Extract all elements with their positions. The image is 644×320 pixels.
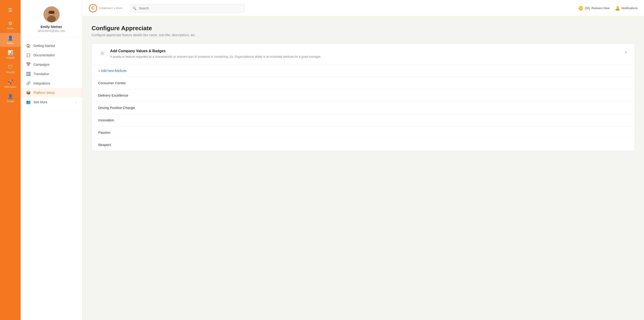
attribute-row-passion[interactable]: Passion — [92, 126, 634, 139]
redeem-section[interactable]: 🪙 (50) Redeem Now — [578, 6, 610, 11]
translation-icon: 🔤 — [26, 72, 31, 76]
svg-point-2 — [47, 16, 56, 22]
attribute-row-innovation[interactable]: Innovation — [92, 114, 634, 126]
sidebar-label-platform-setup: Platform Setup — [34, 91, 55, 94]
avatar — [44, 6, 60, 22]
icon-rail: ☰ ⚙ Home 👤 Admin 📊 Insights 🛡 Security 🚀… — [0, 0, 20, 320]
badge-icon — [98, 49, 106, 58]
notifications-button[interactable]: 🔔 Notifications — [615, 6, 638, 11]
sidebar-label-documentation: Documentation — [34, 53, 55, 57]
sidebar-item-see-more[interactable]: 👥 See More › — [20, 97, 82, 107]
profile-icon: 👤 — [8, 94, 13, 99]
getting-started-icon: 🏠 — [26, 43, 31, 48]
sidebar: Emily Steiner admindemo@abc.com 🏠 Gettin… — [20, 0, 82, 320]
sidebar-item-integrations[interactable]: 🔗 Integrations — [20, 78, 82, 88]
campaigns-icon: 📅 — [26, 62, 31, 67]
rail-label-profile: Profile — [7, 100, 14, 103]
rail-label-insights: Insights — [6, 56, 15, 59]
rail-item-admin[interactable]: 👤 Admin — [0, 33, 20, 47]
profile-email: admindemo@abc.com — [38, 29, 65, 32]
sidebar-label-see-more: See More — [34, 100, 48, 104]
rail-item-home[interactable]: ⚙ Home — [0, 18, 20, 32]
sidebar-item-documentation[interactable]: 📋 Documentation — [20, 50, 82, 60]
attribute-row-delivery-excellence[interactable]: Delivery Excellence — [92, 89, 634, 102]
sidebar-item-platform-setup[interactable]: 📦 Platform Setup — [20, 88, 82, 97]
rail-item-security[interactable]: 🛡 Security — [0, 62, 20, 76]
search-bar: 🔍 — [130, 4, 244, 12]
profile-name: Emily Steiner — [40, 25, 62, 29]
rail-item-subcription[interactable]: 🚀 Subcription — [0, 77, 20, 90]
search-input[interactable] — [130, 4, 244, 12]
admin-icon: 👤 — [8, 35, 13, 41]
card-header-description: A quality or feature regarded as a chara… — [110, 54, 620, 59]
notifications-label: Notifications — [621, 6, 638, 10]
sidebar-label-campaigns: Campaigns — [34, 63, 50, 66]
configure-card: Add Company Values & Badges A quality or… — [92, 43, 635, 151]
home-icon: ⚙ — [8, 20, 12, 26]
sidebar-item-translation[interactable]: 🔤 Translation — [20, 69, 82, 78]
topbar-right: 🪙 (50) Redeem Now 🔔 Notifications — [578, 6, 638, 11]
attributes-list: Consumer CentricDelivery ExcellenceDrivi… — [92, 77, 634, 151]
logo-circle-icon: C — [89, 4, 97, 12]
search-icon: 🔍 — [132, 6, 136, 10]
bell-icon: 🔔 — [615, 6, 620, 11]
topbar: C COMPANY LOGO 🔍 🪙 (50) Redeem Now 🔔 Not… — [82, 0, 644, 16]
coin-icon: 🪙 — [578, 6, 583, 11]
sidebar-label-getting-started: Getting Started — [34, 44, 55, 48]
rail-item-profile[interactable]: 👤 Profile — [0, 91, 20, 105]
rail-item-insights[interactable]: 📊 Insights — [0, 48, 20, 61]
attribute-row-respect[interactable]: Respect — [92, 139, 634, 151]
see-more-icon: 👥 — [26, 100, 31, 104]
card-header-title: Add Company Values & Badges — [110, 49, 620, 53]
chevron-right-icon: › — [76, 100, 77, 104]
add-attribute-row: + Add New Attribute — [92, 65, 634, 77]
attribute-row-driving-positive-change[interactable]: Driving Positive Change — [92, 102, 634, 114]
sidebar-item-campaigns[interactable]: 📅 Campaigns — [20, 60, 82, 69]
hamburger-menu[interactable]: ☰ — [8, 4, 12, 17]
integrations-icon: 🔗 — [26, 81, 31, 85]
redeem-count: (50) — [585, 6, 590, 10]
add-attribute-button[interactable]: + Add New Attribute — [98, 69, 126, 72]
page-subtitle: Configure appreciate feature details lik… — [92, 33, 635, 37]
sidebar-item-getting-started[interactable]: 🏠 Getting Started — [20, 41, 82, 50]
rail-label-subcription: Subcription — [4, 85, 16, 88]
content-area: Configure Appreciate Configure appreciat… — [82, 16, 644, 320]
rail-label-home: Home — [7, 27, 14, 30]
security-icon: 🛡 — [8, 64, 12, 70]
attribute-row-consumer-centric[interactable]: Consumer Centric — [92, 77, 634, 89]
card-header-text: Add Company Values & Badges A quality or… — [110, 49, 620, 59]
insights-icon: 📊 — [8, 50, 13, 55]
documentation-icon: 📋 — [26, 53, 31, 57]
page-title: Configure Appreciate — [92, 25, 635, 32]
company-logo[interactable]: C COMPANY LOGO — [89, 4, 122, 12]
logo-text: COMPANY LOGO — [99, 7, 122, 9]
sidebar-nav: 🏠 Getting Started 📋 Documentation 📅 Camp… — [20, 37, 82, 320]
sidebar-label-translation: Translation — [34, 72, 49, 76]
subcription-icon: 🚀 — [8, 79, 13, 84]
svg-point-4 — [48, 10, 54, 14]
sidebar-label-integrations: Integrations — [34, 81, 50, 85]
rail-label-security: Security — [6, 71, 15, 73]
main-area: C COMPANY LOGO 🔍 🪙 (50) Redeem Now 🔔 Not… — [82, 0, 644, 320]
redeem-label: Redeem Now — [591, 6, 610, 10]
sidebar-profile: Emily Steiner admindemo@abc.com — [20, 0, 82, 37]
rail-label-admin: Admin — [7, 42, 14, 44]
collapse-chevron-icon[interactable]: ∧ — [624, 49, 628, 55]
platform-setup-icon: 📦 — [26, 90, 31, 95]
card-header: Add Company Values & Badges A quality or… — [92, 43, 634, 65]
